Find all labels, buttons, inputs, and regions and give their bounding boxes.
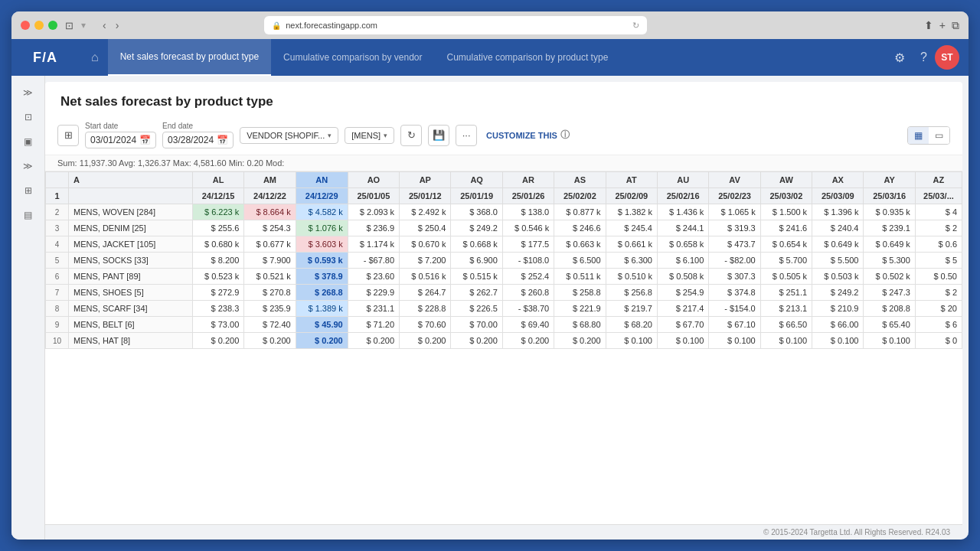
cell-value: $ 5.500: [812, 253, 864, 269]
help-button[interactable]: ?: [913, 39, 935, 76]
col-au-header[interactable]: AU: [657, 172, 708, 188]
table-icon-btn[interactable]: ⊞: [57, 125, 79, 146]
cell-value: $ 4: [915, 204, 962, 220]
col-a-header[interactable]: A: [69, 172, 193, 188]
address-bar[interactable]: 🔒 next.forecastingapp.com ↻: [264, 16, 647, 34]
col-ar-header[interactable]: AR: [502, 172, 554, 188]
cell-value: $ 0.100: [760, 333, 812, 349]
product-name: MENS, WOVEN [284]: [69, 204, 193, 220]
cell-value: $ 6.223 k: [192, 204, 243, 220]
col-an-header[interactable]: AN: [296, 172, 348, 188]
tabs-button[interactable]: ⧉: [952, 19, 959, 32]
end-date-label: End date: [162, 122, 234, 130]
row-number: 7: [46, 285, 69, 301]
cell-value: $ 0.100: [657, 333, 708, 349]
chart-view-btn[interactable]: ▭: [929, 127, 949, 144]
col-ao-header[interactable]: AO: [348, 172, 399, 188]
tab-cumulative-product[interactable]: Cumulative comparison by product type: [435, 39, 621, 76]
save-btn[interactable]: 💾: [428, 125, 449, 146]
col-at-header[interactable]: AT: [606, 172, 657, 188]
close-window-btn[interactable]: [21, 21, 30, 30]
sidebar-icon-5[interactable]: ▤: [16, 204, 41, 226]
cell-value: $ 219.7: [606, 301, 657, 317]
forward-button[interactable]: ›: [113, 18, 122, 33]
end-date-input[interactable]: 03/28/2024 📅: [162, 132, 234, 148]
user-avatar[interactable]: ST: [935, 45, 959, 70]
row-number: 6: [46, 269, 69, 285]
sidebar-icon-3[interactable]: ≫: [16, 155, 41, 177]
cell-value: $ 0.200: [192, 333, 243, 349]
cell-value: $ 270.8: [244, 285, 296, 301]
app-container: F/A ⌂ Net sales forecast by product type…: [11, 39, 969, 540]
col-al-header[interactable]: AL: [192, 172, 243, 188]
cell-value: $ 319.3: [709, 220, 760, 236]
cell-value: $ 374.8: [709, 285, 760, 301]
row-number: 10: [46, 333, 69, 349]
col-av-date: 25/02/23: [709, 188, 760, 204]
cell-value: $ 0.516 k: [400, 269, 451, 285]
window-tab-icon[interactable]: ⊡: [65, 20, 74, 31]
sidebar-icon-4[interactable]: ⊞: [16, 180, 41, 201]
category-dropdown[interactable]: [MENS] ▾: [345, 127, 394, 144]
cell-value: $ 226.5: [451, 301, 502, 317]
row-number: 4: [46, 236, 69, 253]
cell-value: $ 0.649 k: [812, 236, 864, 253]
app-footer: © 2015-2024 Targetta Ltd. All Rights Res…: [45, 524, 962, 540]
settings-button[interactable]: ⚙: [887, 39, 913, 76]
table-row: 6MENS, PANT [89]$ 0.523 k$ 0.521 k$ 378.…: [46, 269, 962, 285]
cell-value: $ 5.300: [864, 253, 915, 269]
sidebar-icon-1[interactable]: ⊡: [16, 106, 41, 128]
end-calendar-icon: 📅: [217, 135, 228, 145]
tab-cumulative-vendor[interactable]: Cumulative comparison by vendor: [271, 39, 434, 76]
refresh-btn[interactable]: ↻: [400, 125, 422, 146]
cell-value: $ 0.200: [296, 333, 348, 349]
minimize-window-btn[interactable]: [34, 21, 44, 30]
cell-value: $ 0.200: [451, 333, 502, 349]
refresh-icon[interactable]: ↻: [632, 21, 639, 31]
col-am-header[interactable]: AM: [244, 172, 296, 188]
cell-value: $ 245.4: [606, 220, 657, 236]
cell-value: - $154.0: [709, 301, 760, 317]
customize-button[interactable]: CUSTOMIZE THIS ⓘ: [486, 129, 570, 142]
col-ay-header[interactable]: AY: [864, 172, 915, 188]
table-view-btn[interactable]: ▦: [908, 127, 929, 144]
more-btn[interactable]: ···: [456, 125, 477, 146]
cell-value: $ 262.7: [451, 285, 502, 301]
col-az-header[interactable]: AZ: [915, 172, 962, 188]
cell-value: $ 236.9: [348, 220, 399, 236]
col-as-header[interactable]: AS: [554, 172, 606, 188]
start-calendar-icon: 📅: [139, 135, 151, 145]
home-button[interactable]: ⌂: [82, 39, 108, 76]
product-name: MENS, SCARF [34]: [69, 301, 193, 317]
col-aq-header[interactable]: AQ: [451, 172, 502, 188]
sidebar-expand-btn[interactable]: ≫: [16, 82, 41, 103]
cell-value: $ 3.603 k: [296, 236, 348, 253]
window-controls: [21, 21, 57, 30]
col-aw-header[interactable]: AW: [760, 172, 812, 188]
back-button[interactable]: ‹: [100, 18, 109, 33]
table-row: 4MENS, JACKET [105]$ 0.680 k$ 0.677 k$ 3…: [46, 236, 962, 253]
cell-value: $ 0.523 k: [192, 269, 243, 285]
start-date-input[interactable]: 03/01/2024 📅: [85, 132, 156, 148]
tab-net-sales[interactable]: Net sales forecast by product type: [108, 39, 271, 76]
cell-value: $ 68.20: [606, 317, 657, 333]
maximize-window-btn[interactable]: [48, 21, 57, 30]
col-a-sub-header: [69, 188, 193, 204]
cell-value: $ 254.3: [244, 220, 296, 236]
sidebar-icon-2[interactable]: ▣: [16, 131, 41, 152]
table-row: 10MENS, HAT [8]$ 0.200$ 0.200$ 0.200$ 0.…: [46, 333, 962, 349]
new-tab-button[interactable]: +: [939, 19, 946, 31]
vendor-dropdown[interactable]: VENDOR [SHOPIF... ▾: [240, 127, 338, 144]
col-av-header[interactable]: AV: [709, 172, 760, 188]
cell-value: $ 255.6: [192, 220, 243, 236]
cell-value: $ 249.2: [451, 220, 502, 236]
table-container[interactable]: A AL AM AN AO AP AQ AR AS AT AU: [45, 171, 962, 524]
cell-value: $ 5: [915, 253, 962, 269]
cell-value: $ 6.500: [554, 253, 606, 269]
col-ax-header[interactable]: AX: [812, 172, 864, 188]
share-button[interactable]: ⬆: [924, 19, 933, 31]
col-ap-header[interactable]: AP: [400, 172, 451, 188]
cell-value: $ 0.661 k: [606, 236, 657, 253]
col-az-date: 25/03/...: [915, 188, 962, 204]
cell-value: - $108.0: [502, 253, 554, 269]
